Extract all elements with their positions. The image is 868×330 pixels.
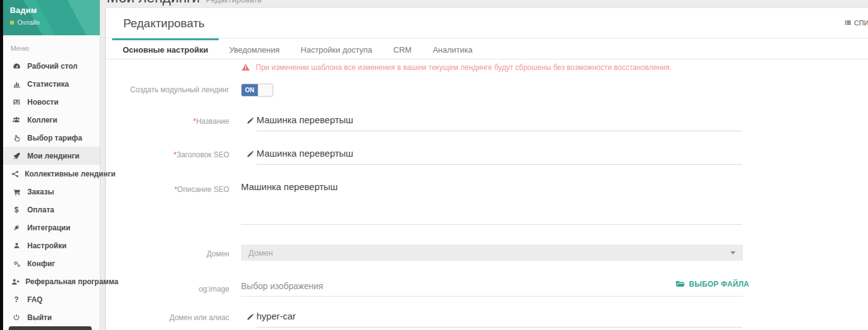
warning-triangle-icon: [241, 63, 250, 72]
domain-select-placeholder: Домен: [248, 248, 273, 258]
users-icon: [11, 116, 22, 124]
module-landing-toggle[interactable]: ON: [241, 84, 273, 97]
sidebar-item-tariff[interactable]: Выбор тарифа: [3, 129, 100, 147]
sidebar-item-label: Заказы: [27, 188, 54, 196]
choose-file-label: ВЫБОР ФАЙЛА: [689, 280, 749, 289]
user-card[interactable]: Вадим Онлайн: [3, 0, 100, 35]
sidebar-item-label: Коллективные лендинги: [25, 170, 115, 178]
tab-notifications[interactable]: Уведомления: [219, 38, 290, 59]
sidebar-item-integrations[interactable]: Интеграции: [3, 219, 100, 237]
plug-icon: [11, 224, 22, 232]
list-button-label: СПИСОК: [854, 19, 868, 27]
field-label: Создать модульный лендинг: [106, 85, 229, 94]
bar-chart-icon: [11, 80, 22, 89]
sidebar-item-statistics[interactable]: Статистика: [3, 75, 100, 93]
sidebar-item-orders[interactable]: Заказы: [3, 183, 100, 201]
warning-text: При изменении шаблона все изменения в ва…: [256, 63, 672, 72]
dollar-icon: $: [11, 206, 22, 214]
list-button[interactable]: СПИСОК: [844, 19, 868, 27]
seo-title-input[interactable]: Машинка перевертыш: [256, 148, 742, 165]
pencil-icon: [246, 150, 254, 161]
online-status-dot: [10, 20, 14, 25]
sidebar-item-dashboard[interactable]: Рабочий стол: [3, 57, 100, 75]
edit-card: Редактировать СПИСОК Основные настройки …: [106, 8, 868, 330]
sidebar-item-label: Статистика: [27, 80, 69, 89]
seo-description-textarea[interactable]: Машинка перевертыш: [241, 181, 742, 225]
sidebar-item-label: Рабочий стол: [27, 62, 77, 71]
list-icon: [844, 19, 852, 27]
field-label: *Описание SEO: [106, 185, 229, 194]
toggle-knob: [258, 84, 273, 96]
field-label: og:image: [106, 285, 229, 293]
field-label: *Заголовок SEO: [106, 150, 229, 159]
sidebar-item-config[interactable]: Конфиг: [3, 254, 100, 272]
sidebar-item-label: Оплата: [27, 206, 54, 214]
user-status-label: Онлайн: [17, 19, 40, 26]
hand-pointer-icon: [11, 134, 22, 142]
card-title: Редактировать: [123, 17, 204, 30]
share-icon: [11, 170, 19, 178]
menu-section-label: Меню: [3, 35, 100, 57]
sidebar-item-collective-landings[interactable]: Коллективные лендинги: [3, 165, 100, 183]
pencil-icon: [246, 116, 254, 128]
sidebar-item-label: FAQ: [27, 295, 43, 304]
chevron-down-icon: [730, 251, 735, 254]
page-title: Мои лендинги: [107, 0, 200, 6]
tab-crm[interactable]: CRM: [383, 38, 423, 59]
sidebar: Вадим Онлайн Меню Рабочий стол Статистик…: [3, 0, 100, 330]
tab-main-settings[interactable]: Основные настройки: [112, 38, 219, 59]
sidebar-item-my-landings[interactable]: Мои лендинги: [3, 147, 100, 165]
cart-icon: [11, 188, 22, 196]
sidebar-item-label: Выйти: [27, 313, 52, 322]
sidebar-item-faq[interactable]: ? FAQ: [3, 290, 100, 308]
sidebar-item-colleagues[interactable]: Коллеги: [3, 111, 100, 129]
og-image-input[interactable]: Выбор изображения: [241, 281, 743, 297]
sidebar-item-referral[interactable]: Реферальная программа: [3, 272, 100, 290]
pencil-icon: [246, 313, 254, 324]
template-warning: При изменении шаблона все изменения в ва…: [106, 63, 868, 72]
card-header: Редактировать СПИСОК: [106, 8, 868, 38]
sidebar-item-label: Мои лендинги: [27, 152, 79, 160]
toggle-on-label: ON: [242, 84, 258, 96]
page-header-clipped: Мои лендингиРедактировать: [101, 0, 868, 8]
dashboard-icon: [11, 62, 22, 71]
user-plus-icon: [11, 277, 20, 286]
field-label: Домен: [106, 250, 229, 258]
sidebar-item-label: Новости: [27, 98, 58, 106]
question-icon: ?: [11, 295, 22, 304]
bottom-sheet-edge: [9, 326, 92, 330]
user-name: Вадим: [3, 0, 100, 15]
tab-bar: Основные настройки Уведомления Настройки…: [106, 38, 868, 59]
newspaper-icon: [11, 98, 22, 106]
field-label: *Название: [106, 117, 229, 126]
sidebar-item-label: Интеграции: [27, 224, 71, 232]
field-label: Домен или алиас: [106, 313, 229, 322]
tab-analytics[interactable]: Аналитика: [422, 38, 483, 59]
gears-icon: [11, 259, 22, 268]
sidebar-item-payment[interactable]: $ Оплата: [3, 201, 100, 219]
screenshot-left-edge: [0, 0, 3, 330]
sidebar-item-settings[interactable]: Настройки: [3, 237, 100, 254]
name-input[interactable]: Машинка перевертыш: [256, 115, 742, 131]
domain-select[interactable]: Домен: [241, 245, 743, 261]
user-status: Онлайн: [10, 19, 100, 26]
user-icon: [11, 241, 22, 250]
main-content: Мои лендингиРедактировать Редактировать …: [101, 0, 868, 330]
tab-access-settings[interactable]: Настройки доступа: [290, 38, 383, 59]
sidebar-item-label: Выбор тарифа: [27, 134, 82, 142]
choose-file-button[interactable]: ВЫБОР ФАЙЛА: [675, 280, 749, 289]
sidebar-menu: Рабочий стол Статистика Новости Коллеги …: [3, 57, 100, 326]
sidebar-item-label: Реферальная программа: [25, 277, 118, 286]
sidebar-item-label: Конфиг: [27, 259, 55, 268]
folder-open-icon: [675, 280, 685, 289]
rocket-icon: [11, 152, 22, 160]
breadcrumb: Редактировать: [206, 0, 262, 4]
sidebar-item-logout[interactable]: Выйти: [3, 308, 100, 326]
sidebar-item-news[interactable]: Новости: [3, 93, 100, 111]
sidebar-item-label: Коллеги: [27, 116, 58, 124]
power-icon: [11, 313, 22, 321]
sidebar-item-label: Настройки: [27, 241, 66, 250]
alias-input[interactable]: hyper-car: [256, 311, 742, 328]
